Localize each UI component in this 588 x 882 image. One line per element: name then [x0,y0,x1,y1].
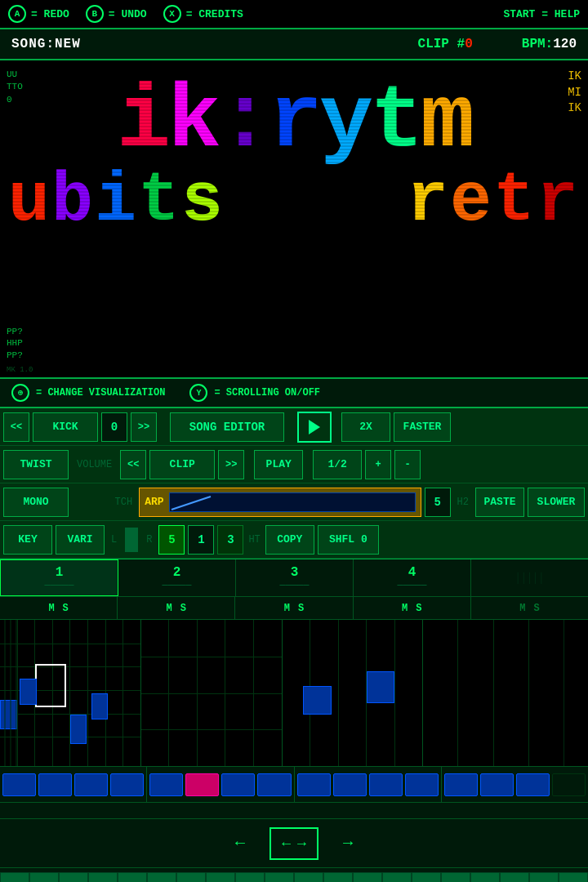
piano-key-20[interactable] [559,872,588,882]
scrolling-control[interactable]: Y = SCROLLING ON/OFF [189,384,320,402]
right-arrow-button[interactable]: → [343,834,353,853]
logo-row1: ik:rytm [0,77,588,167]
clip-prev-button[interactable]: << [120,450,146,479]
song-editor-button[interactable]: SONG EDITOR [170,412,284,442]
beat-3-4[interactable] [405,773,439,796]
slower-button[interactable]: SLOWER [528,488,585,517]
left-arrow-button[interactable]: ← [235,834,245,853]
track-name-button[interactable]: KICK [33,412,98,442]
y-button-icon: Y [189,384,207,402]
beat-3-2[interactable] [333,773,367,796]
piano-key-3[interactable] [59,872,88,882]
solo-2-button[interactable]: S [180,603,186,614]
beat-1-2[interactable] [38,773,72,796]
beat-3-3[interactable] [369,773,403,796]
plus-button[interactable]: + [365,450,391,479]
beat-3-1[interactable] [297,773,331,796]
beat-2-3[interactable] [221,773,255,796]
mute-5-button[interactable]: M [519,603,525,614]
clip-next-button[interactable]: >> [218,450,244,479]
beat-4-1[interactable] [444,773,478,796]
mute-4-button[interactable]: M [402,603,408,614]
piano-key-4[interactable] [88,872,118,882]
piano-key-8[interactable] [206,872,235,882]
piano-key-10[interactable] [265,872,294,882]
solo-1-button[interactable]: S [63,603,69,614]
ramp-line-svg [170,493,415,511]
copy-button[interactable]: COPY [265,525,314,555]
piano-key-17[interactable] [470,872,500,882]
half-button[interactable]: 1/2 [313,450,362,479]
piano-key-6[interactable] [147,872,176,882]
change-viz-label: = CHANGE VISUALIZATION [36,387,165,399]
piano-key-19[interactable] [529,872,559,882]
piano-key-16[interactable] [441,872,470,882]
beat-1-1[interactable] [2,773,36,796]
piano-key-13[interactable] [353,872,382,882]
track-3-header[interactable]: 3 ───── [236,559,354,596]
undo-control[interactable]: B = UNDO [86,5,147,23]
track-next-button[interactable]: >> [131,412,157,442]
faster-button[interactable]: FASTER [394,412,451,442]
controls-row-2: TWIST VOLUME << CLIP >> PLAY 1/2 + - [0,446,588,483]
key-button[interactable]: KEY [3,525,52,555]
track-2-header[interactable]: 2 ───── [118,559,236,596]
track-4-header[interactable]: 4 ───── [354,559,471,596]
credits-control[interactable]: X = CREDITS [163,5,243,23]
solo-5-button[interactable]: S [533,603,539,614]
undo-icon: B [86,5,104,23]
redo-control[interactable]: A = REDO [8,5,69,23]
ht-label: HT [247,534,261,546]
play-button[interactable] [297,412,332,443]
mono-button[interactable]: MONO [3,488,69,517]
piano-key-2[interactable] [29,872,59,882]
beat-2-4[interactable] [257,773,291,796]
piano-key-5[interactable] [118,872,147,882]
solo-3-button[interactable]: S [298,603,304,614]
track-5-header: │││││ [471,559,588,596]
piano-key-15[interactable] [412,872,441,882]
track-number-display: 0 [101,412,127,442]
beat-2-2[interactable] [185,773,219,796]
track-5-partial [564,620,588,766]
twist-button[interactable]: TWIST [3,450,69,479]
note-block-1d [91,693,109,719]
ms-slot-4: M S [354,597,471,619]
piano-key-11[interactable] [294,872,323,882]
beat-pattern-row [0,767,588,803]
piano-key-9[interactable] [235,872,265,882]
shfl-button[interactable]: SHFL 0 [318,525,379,555]
track-1-header[interactable]: 1 ───── [0,559,118,596]
piano-keys-row [0,868,588,882]
mute-1-button[interactable]: M [48,603,54,614]
piano-key-12[interactable] [323,872,353,882]
ms-slot-5: M S [471,597,588,619]
paste-button[interactable]: PASTE [475,488,524,517]
beat-4-4[interactable] [552,773,586,796]
beat-1-3[interactable] [74,773,108,796]
beat-track-3 [295,767,442,802]
play-label-button[interactable]: PLAY [254,450,303,479]
mute-2-button[interactable]: M [167,603,172,614]
vari-button[interactable]: VARI [56,525,105,555]
piano-key-7[interactable] [176,872,206,882]
mute-3-button[interactable]: M [284,603,290,614]
beat-2-1[interactable] [149,773,183,796]
track-4-num: 4 [408,565,416,580]
top-bar: A = REDO B = UNDO X = CREDITS START = HE… [0,0,588,29]
speed-2x-button[interactable]: 2X [341,412,390,442]
track-prev-button[interactable]: << [3,412,29,442]
change-viz-control[interactable]: ⊕ = CHANGE VISUALIZATION [11,384,165,402]
piano-key-14[interactable] [382,872,412,882]
note-block-1b [20,679,37,705]
beat-4-2[interactable] [480,773,514,796]
beat-4-3[interactable] [516,773,550,796]
credits-label: = CREDITS [186,8,243,20]
solo-4-button[interactable]: S [416,603,421,614]
beat-1-4[interactable] [110,773,144,796]
piano-key-18[interactable] [500,872,529,882]
minus-button[interactable]: - [394,450,421,479]
piano-key-1[interactable] [0,872,29,882]
beat-track-2 [147,767,294,802]
clip-button[interactable]: CLIP [149,450,215,479]
